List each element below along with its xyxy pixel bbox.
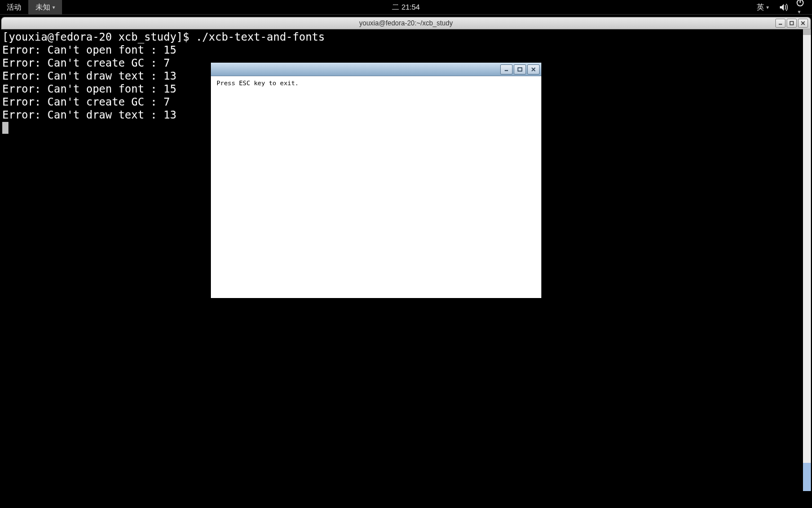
x11-content: Press ESC key to exit. xyxy=(211,76,541,90)
terminal-command: ./xcb-text-and-fonts xyxy=(196,30,325,43)
close-button[interactable] xyxy=(798,19,808,28)
svg-rect-3 xyxy=(790,21,793,25)
caret-down-icon: ▾ xyxy=(798,9,801,15)
scrollbar-thumb[interactable] xyxy=(803,463,811,491)
activities-button[interactable]: 活动 xyxy=(0,0,28,15)
terminal-scrollbar[interactable] xyxy=(803,29,811,491)
x11-child-window[interactable]: Press ESC key to exit. xyxy=(211,63,541,298)
terminal-line: Error: Can't open font : 15 xyxy=(2,82,176,95)
terminal-title: youxia@fedora-20:~/xcb_study xyxy=(359,19,453,27)
x11-message: Press ESC key to exit. xyxy=(217,80,299,87)
power-icon[interactable]: ▾ xyxy=(796,0,804,15)
ime-label: 英 xyxy=(757,2,764,12)
terminal-line: Error: Can't draw text : 13 xyxy=(2,69,176,82)
topbar-center: 二 21:54 xyxy=(392,0,420,15)
x11-titlebar[interactable] xyxy=(211,63,541,76)
activities-label: 活动 xyxy=(7,2,21,12)
maximize-button[interactable] xyxy=(514,64,526,75)
clock-label: 二 21:54 xyxy=(392,2,420,12)
terminal-line: Error: Can't create GC : 7 xyxy=(2,95,170,108)
terminal-prompt: [youxia@fedora-20 xcb_study]$ xyxy=(2,30,196,43)
ime-button[interactable]: 英 ▾ xyxy=(754,0,771,15)
app-menu-label: 未知 xyxy=(36,2,50,12)
terminal-line: Error: Can't create GC : 7 xyxy=(2,56,170,69)
terminal-line: Error: Can't draw text : 13 xyxy=(2,108,176,121)
terminal-cursor xyxy=(2,122,8,134)
terminal-titlebar[interactable]: youxia@fedora-20:~/xcb_study xyxy=(1,17,811,29)
caret-down-icon: ▾ xyxy=(52,5,55,10)
clock-button[interactable]: 二 21:54 xyxy=(392,0,420,15)
volume-icon[interactable] xyxy=(779,3,788,11)
minimize-button[interactable] xyxy=(775,19,785,28)
minimize-button[interactable] xyxy=(500,64,513,75)
gnome-top-bar: 活动 未知 ▾ 二 21:54 英 ▾ ▾ xyxy=(0,0,812,15)
maximize-button[interactable] xyxy=(787,19,797,28)
svg-rect-7 xyxy=(518,68,522,71)
close-button[interactable] xyxy=(527,64,540,75)
topbar-left: 活动 未知 ▾ xyxy=(0,0,62,14)
topbar-right: 英 ▾ ▾ xyxy=(754,0,812,14)
terminal-line: Error: Can't open font : 15 xyxy=(2,43,176,56)
caret-down-icon: ▾ xyxy=(766,5,769,10)
app-menu-button[interactable]: 未知 ▾ xyxy=(29,0,62,15)
scrollbar-thumb[interactable] xyxy=(803,29,811,35)
window-buttons xyxy=(775,19,808,28)
